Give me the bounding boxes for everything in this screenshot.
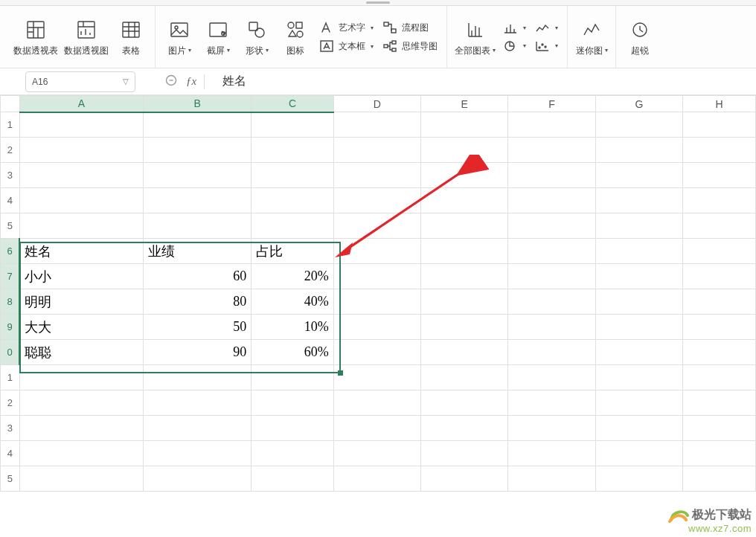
cell[interactable] bbox=[420, 289, 507, 315]
cell[interactable] bbox=[144, 213, 252, 239]
col-header[interactable]: B bbox=[144, 96, 252, 112]
cell[interactable] bbox=[420, 466, 507, 492]
cell[interactable] bbox=[333, 441, 420, 466]
row-header[interactable]: 5 bbox=[1, 466, 20, 492]
cell[interactable] bbox=[19, 112, 144, 138]
cell[interactable] bbox=[508, 264, 595, 289]
cell[interactable] bbox=[420, 416, 507, 441]
cell[interactable] bbox=[420, 239, 507, 264]
cell[interactable] bbox=[595, 138, 682, 163]
row-header[interactable]: 2 bbox=[1, 390, 20, 416]
cell[interactable] bbox=[333, 213, 420, 239]
cell[interactable] bbox=[144, 188, 252, 213]
cell[interactable] bbox=[420, 138, 507, 163]
cell[interactable]: 业绩 bbox=[144, 239, 252, 264]
cell[interactable] bbox=[19, 390, 144, 416]
cell[interactable] bbox=[508, 289, 595, 315]
cell[interactable] bbox=[683, 289, 756, 315]
cell[interactable]: 姓名 bbox=[19, 239, 144, 264]
cell[interactable]: 80 bbox=[144, 289, 252, 315]
cell[interactable] bbox=[508, 365, 595, 390]
name-box[interactable]: A16 ▽ bbox=[25, 71, 135, 92]
cell[interactable] bbox=[508, 340, 595, 365]
cell[interactable]: 60% bbox=[252, 340, 333, 365]
spreadsheet[interactable]: A B C D E F G H 1 2 3 4 5 6 姓名 业绩 占比 7 小… bbox=[0, 95, 756, 492]
cell[interactable] bbox=[595, 466, 682, 492]
pivot-table-button[interactable]: 数据透视表 bbox=[10, 16, 61, 59]
col-header[interactable]: F bbox=[508, 96, 595, 112]
cell[interactable] bbox=[595, 163, 682, 188]
cell[interactable] bbox=[144, 365, 252, 390]
line-chart-button[interactable]: ▾ bbox=[534, 22, 560, 35]
cell[interactable] bbox=[19, 213, 144, 239]
cell[interactable] bbox=[508, 188, 595, 213]
cell[interactable] bbox=[144, 466, 252, 492]
cell[interactable] bbox=[683, 315, 756, 340]
cell[interactable]: 小小 bbox=[19, 264, 144, 289]
cell[interactable] bbox=[19, 466, 144, 492]
cell[interactable] bbox=[19, 163, 144, 188]
row-header[interactable]: 1 bbox=[1, 365, 20, 390]
cell[interactable] bbox=[683, 365, 756, 390]
cell[interactable] bbox=[144, 138, 252, 163]
cell[interactable] bbox=[595, 416, 682, 441]
row-header[interactable]: 0 bbox=[1, 340, 20, 365]
cell[interactable] bbox=[683, 163, 756, 188]
cell[interactable] bbox=[420, 390, 507, 416]
scatter-chart-button[interactable]: ▾ bbox=[534, 39, 560, 53]
cell[interactable] bbox=[420, 213, 507, 239]
cell[interactable] bbox=[252, 365, 333, 390]
shapes-button[interactable]: 形状▾ bbox=[237, 16, 276, 59]
cell[interactable]: 20% bbox=[252, 264, 333, 289]
sparkline-button[interactable]: 迷你图▾ bbox=[572, 16, 611, 59]
cell[interactable] bbox=[683, 340, 756, 365]
cell[interactable] bbox=[683, 188, 756, 213]
picture-button[interactable]: 图片▾ bbox=[160, 16, 199, 59]
col-header[interactable]: G bbox=[595, 96, 682, 112]
cell[interactable] bbox=[683, 264, 756, 289]
cell[interactable] bbox=[252, 112, 333, 138]
cell[interactable] bbox=[508, 213, 595, 239]
cell[interactable] bbox=[508, 466, 595, 492]
cell[interactable] bbox=[333, 416, 420, 441]
cell[interactable] bbox=[144, 441, 252, 466]
screenshot-button[interactable]: 截屏▾ bbox=[199, 16, 237, 59]
cell[interactable] bbox=[683, 213, 756, 239]
cell[interactable] bbox=[19, 416, 144, 441]
col-header[interactable]: A bbox=[19, 96, 144, 112]
cell[interactable] bbox=[595, 239, 682, 264]
cell[interactable] bbox=[595, 390, 682, 416]
mindmap-button[interactable]: 思维导图 bbox=[381, 39, 439, 54]
cell[interactable]: 大大 bbox=[19, 315, 144, 340]
cell[interactable] bbox=[252, 138, 333, 163]
flowchart-button[interactable]: 流程图 bbox=[381, 21, 430, 35]
row-header[interactable]: 7 bbox=[1, 264, 20, 289]
cancel-icon[interactable] bbox=[165, 74, 177, 89]
drag-handle[interactable] bbox=[366, 1, 390, 4]
cell[interactable] bbox=[333, 466, 420, 492]
cell[interactable] bbox=[19, 188, 144, 213]
cell[interactable]: 聪聪 bbox=[19, 340, 144, 365]
bar-chart-button[interactable]: ▾ bbox=[502, 22, 528, 35]
cell[interactable] bbox=[333, 390, 420, 416]
col-header[interactable]: C bbox=[252, 96, 333, 112]
cell[interactable] bbox=[595, 315, 682, 340]
row-header[interactable]: 4 bbox=[1, 441, 20, 466]
cell[interactable]: 占比 bbox=[252, 239, 333, 264]
row-header[interactable]: 2 bbox=[1, 138, 20, 163]
row-header[interactable]: 5 bbox=[1, 213, 20, 239]
cell[interactable] bbox=[420, 264, 507, 289]
cell[interactable] bbox=[333, 264, 420, 289]
cell[interactable] bbox=[508, 390, 595, 416]
cell[interactable] bbox=[333, 315, 420, 340]
cell[interactable] bbox=[420, 112, 507, 138]
cell[interactable] bbox=[333, 188, 420, 213]
cell[interactable] bbox=[19, 365, 144, 390]
row-header[interactable]: 3 bbox=[1, 163, 20, 188]
cell[interactable]: 40% bbox=[252, 289, 333, 315]
cell[interactable] bbox=[19, 138, 144, 163]
select-all-corner[interactable] bbox=[1, 96, 20, 112]
row-header[interactable]: 8 bbox=[1, 289, 20, 315]
cell[interactable] bbox=[252, 390, 333, 416]
cell[interactable] bbox=[420, 340, 507, 365]
